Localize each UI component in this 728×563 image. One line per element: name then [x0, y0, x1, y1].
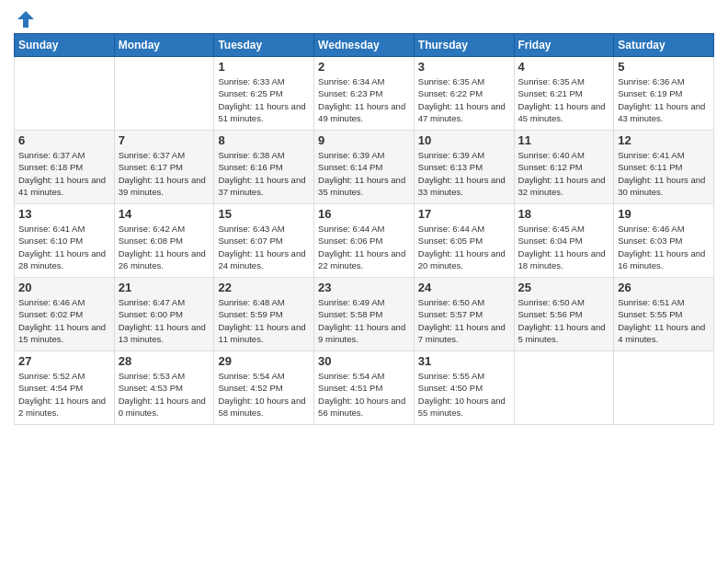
day-number: 16 [318, 207, 410, 221]
day-number: 8 [218, 133, 310, 147]
day-info: Sunrise: 5:53 AM Sunset: 4:53 PM Dayligh… [119, 370, 210, 419]
day-info: Sunrise: 6:51 AM Sunset: 5:55 PM Dayligh… [618, 296, 710, 345]
weekday-header-thursday: Thursday [414, 34, 514, 57]
day-number: 24 [418, 281, 510, 294]
calendar-cell: 12Sunrise: 6:41 AM Sunset: 6:11 PM Dayli… [614, 131, 714, 204]
day-info: Sunrise: 6:35 AM Sunset: 6:21 PM Dayligh… [518, 75, 610, 124]
day-info: Sunrise: 6:47 AM Sunset: 6:00 PM Dayligh… [119, 296, 210, 345]
calendar-cell: 20Sunrise: 6:46 AM Sunset: 6:02 PM Dayli… [15, 278, 115, 351]
day-number: 18 [518, 207, 610, 221]
day-info: Sunrise: 6:42 AM Sunset: 6:08 PM Dayligh… [119, 223, 210, 271]
day-number: 1 [218, 60, 310, 74]
day-number: 28 [119, 354, 210, 368]
day-number: 3 [418, 60, 510, 74]
calendar-cell: 9Sunrise: 6:39 AM Sunset: 6:14 PM Daylig… [314, 131, 415, 204]
weekday-header-friday: Friday [514, 34, 614, 57]
calendar-cell: 18Sunrise: 6:45 AM Sunset: 6:04 PM Dayli… [514, 204, 614, 278]
day-number: 7 [119, 133, 210, 147]
calendar-cell: 4Sunrise: 6:35 AM Sunset: 6:21 PM Daylig… [514, 57, 614, 131]
header [14, 9, 714, 26]
day-number: 20 [18, 281, 110, 294]
weekday-header-tuesday: Tuesday [214, 34, 314, 57]
day-info: Sunrise: 6:39 AM Sunset: 6:13 PM Dayligh… [418, 149, 510, 198]
calendar-cell: 11Sunrise: 6:40 AM Sunset: 6:12 PM Dayli… [514, 131, 614, 204]
day-info: Sunrise: 5:55 AM Sunset: 4:50 PM Dayligh… [418, 370, 510, 419]
svg-marker-0 [17, 11, 34, 28]
calendar-cell: 3Sunrise: 6:35 AM Sunset: 6:22 PM Daylig… [414, 57, 514, 131]
day-info: Sunrise: 6:38 AM Sunset: 6:16 PM Dayligh… [218, 149, 310, 198]
calendar-cell: 21Sunrise: 6:47 AM Sunset: 6:00 PM Dayli… [114, 278, 214, 351]
calendar-cell: 14Sunrise: 6:42 AM Sunset: 6:08 PM Dayli… [114, 204, 214, 278]
day-number: 5 [618, 60, 710, 74]
day-number: 13 [18, 207, 110, 221]
day-info: Sunrise: 6:48 AM Sunset: 5:59 PM Dayligh… [218, 296, 310, 345]
logo [14, 9, 36, 26]
calendar-cell: 10Sunrise: 6:39 AM Sunset: 6:13 PM Dayli… [414, 131, 514, 204]
calendar-cell: 5Sunrise: 6:36 AM Sunset: 6:19 PM Daylig… [614, 57, 714, 131]
day-number: 25 [518, 281, 610, 294]
weekday-header-sunday: Sunday [15, 34, 115, 57]
calendar-cell [614, 351, 714, 425]
day-info: Sunrise: 6:45 AM Sunset: 6:04 PM Dayligh… [518, 223, 610, 271]
calendar-cell: 19Sunrise: 6:46 AM Sunset: 6:03 PM Dayli… [614, 204, 714, 278]
calendar-cell [114, 57, 214, 131]
weekday-header-monday: Monday [114, 34, 214, 57]
calendar-cell: 25Sunrise: 6:50 AM Sunset: 5:56 PM Dayli… [514, 278, 614, 351]
day-info: Sunrise: 6:44 AM Sunset: 6:05 PM Dayligh… [418, 223, 510, 271]
logo-icon [16, 9, 36, 29]
calendar-cell: 31Sunrise: 5:55 AM Sunset: 4:50 PM Dayli… [414, 351, 514, 425]
calendar-cell: 13Sunrise: 6:41 AM Sunset: 6:10 PM Dayli… [15, 204, 115, 278]
day-info: Sunrise: 6:35 AM Sunset: 6:22 PM Dayligh… [418, 75, 510, 124]
calendar-cell: 30Sunrise: 5:54 AM Sunset: 4:51 PM Dayli… [314, 351, 415, 425]
calendar-cell: 24Sunrise: 6:50 AM Sunset: 5:57 PM Dayli… [414, 278, 514, 351]
day-info: Sunrise: 6:34 AM Sunset: 6:23 PM Dayligh… [318, 75, 410, 124]
day-number: 6 [18, 133, 110, 147]
calendar-cell: 27Sunrise: 5:52 AM Sunset: 4:54 PM Dayli… [15, 351, 115, 425]
day-number: 14 [119, 207, 210, 221]
calendar-cell: 6Sunrise: 6:37 AM Sunset: 6:18 PM Daylig… [15, 131, 115, 204]
page: SundayMondayTuesdayWednesdayThursdayFrid… [0, 0, 728, 439]
day-info: Sunrise: 6:33 AM Sunset: 6:25 PM Dayligh… [218, 75, 310, 124]
day-number: 27 [18, 354, 110, 368]
calendar-cell: 2Sunrise: 6:34 AM Sunset: 6:23 PM Daylig… [314, 57, 415, 131]
day-number: 31 [418, 354, 510, 368]
day-info: Sunrise: 6:49 AM Sunset: 5:58 PM Dayligh… [318, 296, 410, 345]
day-info: Sunrise: 6:50 AM Sunset: 5:56 PM Dayligh… [518, 296, 610, 345]
calendar-cell: 16Sunrise: 6:44 AM Sunset: 6:06 PM Dayli… [314, 204, 415, 278]
day-info: Sunrise: 5:54 AM Sunset: 4:51 PM Dayligh… [318, 370, 410, 419]
day-number: 4 [518, 60, 610, 74]
day-number: 10 [418, 133, 510, 147]
day-info: Sunrise: 5:52 AM Sunset: 4:54 PM Dayligh… [18, 370, 110, 419]
calendar-week-row: 6Sunrise: 6:37 AM Sunset: 6:18 PM Daylig… [15, 131, 714, 204]
day-number: 29 [218, 354, 310, 368]
calendar-cell: 17Sunrise: 6:44 AM Sunset: 6:05 PM Dayli… [414, 204, 514, 278]
day-info: Sunrise: 6:39 AM Sunset: 6:14 PM Dayligh… [318, 149, 410, 198]
weekday-header-row: SundayMondayTuesdayWednesdayThursdayFrid… [15, 34, 714, 57]
day-info: Sunrise: 6:37 AM Sunset: 6:17 PM Dayligh… [119, 149, 210, 198]
day-info: Sunrise: 6:36 AM Sunset: 6:19 PM Dayligh… [618, 75, 710, 124]
day-info: Sunrise: 5:54 AM Sunset: 4:52 PM Dayligh… [218, 370, 310, 419]
day-number: 30 [318, 354, 410, 368]
day-info: Sunrise: 6:43 AM Sunset: 6:07 PM Dayligh… [218, 223, 310, 271]
day-number: 21 [119, 281, 210, 294]
day-number: 23 [318, 281, 410, 294]
calendar-cell: 8Sunrise: 6:38 AM Sunset: 6:16 PM Daylig… [214, 131, 314, 204]
calendar-week-row: 13Sunrise: 6:41 AM Sunset: 6:10 PM Dayli… [15, 204, 714, 278]
weekday-header-saturday: Saturday [614, 34, 714, 57]
weekday-header-wednesday: Wednesday [314, 34, 415, 57]
day-info: Sunrise: 6:44 AM Sunset: 6:06 PM Dayligh… [318, 223, 410, 271]
day-number: 19 [618, 207, 710, 221]
day-number: 22 [218, 281, 310, 294]
calendar-table: SundayMondayTuesdayWednesdayThursdayFrid… [14, 33, 714, 425]
day-number: 9 [318, 133, 410, 147]
day-info: Sunrise: 6:50 AM Sunset: 5:57 PM Dayligh… [418, 296, 510, 345]
calendar-cell [15, 57, 115, 131]
day-info: Sunrise: 6:37 AM Sunset: 6:18 PM Dayligh… [18, 149, 110, 198]
calendar-cell: 29Sunrise: 5:54 AM Sunset: 4:52 PM Dayli… [214, 351, 314, 425]
day-info: Sunrise: 6:41 AM Sunset: 6:10 PM Dayligh… [18, 223, 110, 271]
day-number: 2 [318, 60, 410, 74]
day-number: 12 [618, 133, 710, 147]
calendar-week-row: 1Sunrise: 6:33 AM Sunset: 6:25 PM Daylig… [15, 57, 714, 131]
day-number: 15 [218, 207, 310, 221]
calendar-cell: 23Sunrise: 6:49 AM Sunset: 5:58 PM Dayli… [314, 278, 415, 351]
